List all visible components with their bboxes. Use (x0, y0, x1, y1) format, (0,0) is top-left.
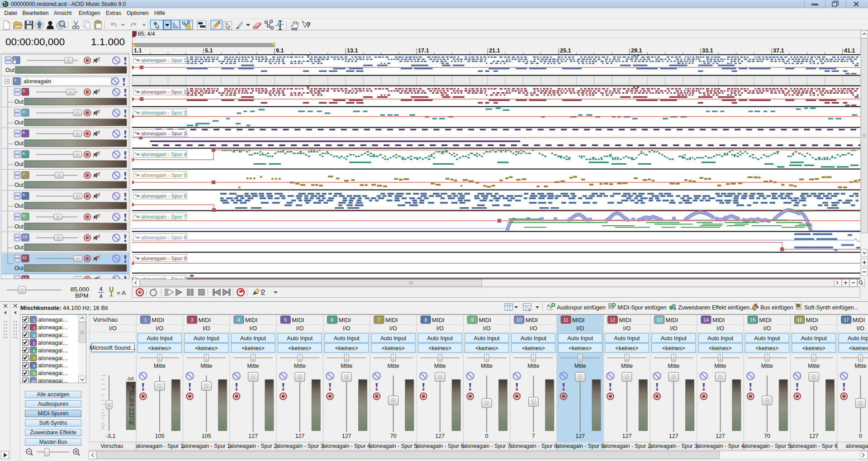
svg-text:aloneagai…: aloneagai… (38, 362, 68, 369)
svg-text:Auto Input: Auto Input (147, 335, 173, 342)
svg-text:I/O: I/O (670, 325, 678, 332)
svg-text:33.1: 33.1 (702, 48, 713, 54)
svg-text:I/O: I/O (436, 325, 444, 332)
svg-text:1: 1 (33, 318, 35, 323)
svg-text:Auto Input: Auto Input (194, 335, 220, 342)
svg-text:127: 127 (809, 433, 819, 439)
svg-text:aloneagain - Spur 7: aloneagain - Spur 7 (463, 443, 511, 449)
svg-text:aloneagai…: aloneagai… (38, 370, 68, 376)
svg-text:aloneagain - Spur 1: aloneagain - Spur 1 (183, 443, 230, 449)
svg-text:Out: Out (14, 182, 24, 188)
svg-text:MIDI: MIDI (619, 317, 631, 323)
svg-text:<keines>: <keines> (242, 345, 265, 352)
svg-text:MIDI: MIDI (339, 317, 351, 323)
svg-text:I/O: I/O (483, 325, 491, 332)
svg-text:Auto Input: Auto Input (754, 335, 780, 342)
svg-text:MIDI: MIDI (432, 317, 444, 323)
svg-text:5: 5 (33, 341, 35, 346)
svg-text:aloneagain - Spur 4: aloneagain - Spur 4 (697, 443, 744, 449)
svg-text:7: 7 (23, 171, 25, 176)
svg-text:5.1: 5.1 (205, 48, 213, 54)
svg-text:Out: Out (14, 203, 24, 209)
svg-text:<keines>: <keines> (148, 345, 171, 352)
svg-text:127: 127 (295, 433, 304, 439)
svg-text:16: 16 (797, 317, 802, 323)
svg-text:Auto Input: Auto Input (661, 335, 687, 342)
svg-text:Mitte: Mitte (761, 363, 773, 369)
svg-text:Auto Input: Auto Input (427, 335, 453, 342)
svg-text:7: 7 (378, 317, 380, 323)
svg-text:4: 4 (33, 333, 35, 338)
svg-text:<keines>: <keines> (662, 345, 685, 352)
svg-text:Mitte: Mitte (574, 363, 586, 369)
svg-text:aloneagai…: aloneagai… (38, 355, 68, 361)
svg-text:Auto Input: Auto Input (334, 335, 360, 342)
svg-text:6: 6 (331, 317, 334, 323)
svg-text:41.1: 41.1 (844, 48, 855, 54)
svg-text:4: 4 (23, 109, 25, 114)
svg-text:= A: = A (117, 290, 126, 296)
svg-text:127: 127 (248, 433, 258, 439)
svg-text:<keines>: <keines> (755, 345, 778, 352)
svg-text:2: 2 (14, 77, 16, 82)
svg-text:70: 70 (390, 433, 396, 439)
svg-text:12: 12 (23, 276, 28, 280)
svg-text:3: 3 (33, 325, 35, 330)
svg-text:127: 127 (669, 433, 678, 439)
svg-text:85; 4/4: 85; 4/4 (138, 31, 155, 37)
svg-text:aloneagain - Spur 3: aloneagain - Spur 3 (276, 443, 323, 449)
svg-text:Out: Out (14, 244, 24, 251)
svg-text:10: 10 (31, 379, 36, 383)
svg-text:-3,1: -3,1 (106, 433, 116, 439)
svg-text:I/O: I/O (203, 325, 210, 332)
svg-text:I/O: I/O (109, 325, 117, 332)
svg-text:MIDI: MIDI (199, 317, 211, 323)
svg-text:7: 7 (532, 433, 535, 439)
svg-text:aloneagain - Spur 2: aloneagain - Spur 2 (229, 443, 277, 449)
svg-text:I/O: I/O (530, 325, 537, 332)
svg-text:Auto Input: Auto Input (567, 335, 593, 342)
svg-text:aloneagain - Spur 5: aloneagain - Spur 5 (141, 172, 186, 178)
svg-text:Out: Out (14, 223, 24, 230)
svg-text:aloneagain: aloneagain (24, 78, 51, 85)
svg-text:9: 9 (471, 317, 474, 323)
svg-text:aloneagain - Spur 6: aloneagain - Spur 6 (141, 193, 186, 199)
svg-text:9.1: 9.1 (276, 48, 284, 54)
svg-text:MIDI: MIDI (385, 317, 398, 323)
svg-text:8: 8 (23, 192, 25, 197)
svg-text:Mitte: Mitte (668, 363, 679, 369)
svg-text:9: 9 (23, 213, 25, 218)
svg-text:17.1: 17.1 (418, 48, 429, 54)
svg-text:Out: Out (5, 67, 15, 73)
svg-text:6: 6 (23, 151, 25, 156)
svg-text:5: 5 (284, 317, 287, 323)
svg-text:0: 0 (859, 433, 862, 439)
svg-text:I/O: I/O (343, 325, 351, 332)
svg-text:<keines>: <keines> (475, 345, 498, 352)
svg-text:Out: Out (14, 140, 24, 147)
svg-text:Mitte: Mitte (854, 363, 866, 369)
svg-text:?: ? (306, 21, 311, 29)
svg-text:Auto Input: Auto Input (521, 335, 547, 342)
svg-text:3: 3 (23, 88, 25, 93)
svg-text:127: 127 (342, 433, 351, 439)
svg-text:I/O: I/O (156, 325, 164, 332)
svg-text:<keines>: <keines> (335, 345, 358, 352)
svg-text:MIDI: MIDI (152, 317, 164, 323)
svg-text:MIDI: MIDI (479, 317, 491, 323)
svg-text:I/O: I/O (296, 325, 304, 332)
svg-text:<keines>: <keines> (849, 345, 868, 352)
svg-text:Out: Out (14, 265, 24, 271)
svg-text:12: 12 (610, 317, 615, 323)
svg-text:aloneagain - Spur 8: aloneagain - Spur 8 (510, 443, 557, 449)
svg-text:70: 70 (764, 433, 770, 439)
svg-text:4: 4 (237, 317, 240, 323)
svg-text:1.1: 1.1 (134, 48, 142, 54)
svg-text:85,000: 85,000 (71, 286, 89, 293)
svg-text:81: 81 (129, 420, 134, 425)
svg-text:aloneagain - Spur 9: aloneagain - Spur 9 (141, 256, 186, 261)
svg-text:13: 13 (657, 317, 662, 323)
svg-text:Auto Input: Auto Input (801, 335, 827, 342)
svg-text:Vorschau: Vorschau (100, 443, 123, 449)
svg-text:<keines>: <keines> (382, 345, 405, 352)
